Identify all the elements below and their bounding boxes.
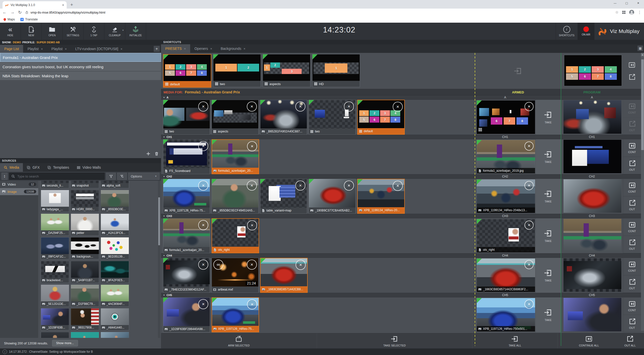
browser-menu-icon[interactable]: ⋮: [638, 10, 641, 15]
close-icon[interactable]: ×: [344, 101, 354, 112]
media-item[interactable]: snapshot: [71, 181, 99, 188]
out-button[interactable]: OUT: [623, 196, 641, 214]
filter-edit-button[interactable]: [117, 173, 127, 180]
channel-header[interactable]: ▼A: [161, 96, 475, 99]
sort-button[interactable]: ▲▼: [2, 173, 8, 180]
close-icon[interactable]: ×: [247, 299, 257, 309]
media-thumbnail[interactable]: × formula1_azerbaijan_20...: [163, 218, 210, 253]
take-button[interactable]: TAKE: [544, 111, 552, 124]
close-icon[interactable]: ×: [247, 181, 257, 191]
close-icon[interactable]: ×: [247, 260, 257, 270]
category-video[interactable]: Video12: [0, 181, 38, 188]
cont-button[interactable]: CONT: [623, 258, 641, 275]
take-button[interactable]: TAKE: [544, 269, 552, 282]
page-list-item[interactable]: NBA Stats Breakdown: Making the leap: [0, 72, 161, 80]
cont-button[interactable]: CONT: [623, 297, 641, 315]
media-thumbnail[interactable]: × XPB_1199134_HiRes-20...: [357, 179, 405, 214]
armed-thumbnail[interactable]: × ots_right: [476, 219, 535, 253]
collapse-caret-icon[interactable]: ▼: [163, 215, 165, 217]
take-button[interactable]: TAKE: [544, 229, 552, 242]
sources-tab-templates[interactable]: Templates: [44, 163, 73, 172]
media-item[interactable]: _5E12D1DE...: [41, 285, 69, 307]
page-list-item[interactable]: Coronation gives tourism boost, but UK e…: [0, 62, 161, 71]
close-icon[interactable]: ×: [184, 47, 186, 51]
media-thumbnail[interactable]: × _855DBC0ECF494514A5...: [212, 179, 259, 214]
media-item[interactable]: _A2A13FC6...: [101, 214, 129, 236]
close-icon[interactable]: ×: [344, 181, 354, 191]
preset-cont-icon[interactable]: [628, 61, 636, 69]
take-all-button[interactable]: TAKE ALL: [509, 335, 521, 347]
close-icon[interactable]: ×: [198, 101, 208, 112]
preset-two[interactable]: 12two: [213, 54, 261, 87]
close-icon[interactable]: ×: [296, 260, 306, 270]
media-item[interactable]: _A6441440...: [101, 308, 129, 330]
close-icon[interactable]: ×: [198, 141, 208, 151]
media-thumbnail[interactable]: × _1D28F63BF286440A98...: [163, 297, 210, 332]
page-tab[interactable]: Playlist×: [23, 45, 47, 53]
continue-all-button[interactable]: CONTINUE ALL: [560, 335, 618, 347]
page-tab[interactable]: LTV-rundown [OCTOPUS8]×: [71, 45, 127, 53]
media-thumbnail[interactable]: × table_variant=map: [260, 179, 307, 214]
channel-header[interactable]: ▼CH3: [161, 215, 475, 218]
out-button[interactable]: OUT: [623, 236, 641, 254]
page-tab[interactable]: Page List: [0, 45, 23, 53]
window-maximize-button[interactable]: ▢: [621, 0, 632, 6]
media-thumbnail[interactable]: × aspects: [212, 100, 259, 135]
media-item[interactable]: _9ED35139...: [101, 237, 129, 259]
back-icon[interactable]: ←: [3, 10, 7, 15]
take-button[interactable]: TAKE: [544, 150, 552, 163]
chevron-down-icon[interactable]: ▼: [122, 29, 124, 31]
toolbar-hide-button[interactable]: «HIDE: [0, 23, 21, 40]
out-all-button[interactable]: OUT ALL: [618, 335, 642, 347]
shortcuts-button[interactable]: i SHORTCUTS: [556, 23, 578, 40]
preset-HD[interactable]: 1HD: [312, 54, 360, 87]
show-more-button[interactable]: Show more...: [52, 340, 78, 346]
toolbar-cleanup-button[interactable]: CLEANUP▼: [104, 23, 125, 40]
preset-out-icon[interactable]: [628, 73, 636, 81]
close-icon[interactable]: ×: [525, 141, 534, 151]
media-thumbnail[interactable]: × _784ECD1EE9804D12AF...: [163, 258, 210, 293]
media-thumbnail[interactable]: × _B65281FA902A40C887...: [260, 100, 307, 135]
panel-menu-button[interactable]: ▦: [637, 46, 643, 51]
media-item[interactable]: _5A9F01B7...: [71, 261, 99, 283]
window-minimize-button[interactable]: —: [609, 0, 621, 6]
sources-tab-video-walls[interactable]: Video Walls: [73, 163, 105, 172]
cont-button[interactable]: CONT: [623, 139, 641, 157]
media-item[interactable]: _A24B1B24...: [101, 332, 129, 338]
on-air-button[interactable]: ON AIR: [578, 23, 594, 40]
cont-button[interactable]: CONT: [623, 218, 641, 236]
media-thumbnail[interactable]: × formula1_azerbaijan_20...: [212, 139, 259, 174]
filter-button[interactable]: [106, 173, 116, 180]
media-item[interactable]: HDRI_0000...: [71, 190, 99, 212]
options-dropdown[interactable]: Options▼: [128, 173, 159, 180]
media-item[interactable]: _4AC8084F...: [101, 285, 129, 307]
close-icon[interactable]: ×: [210, 47, 212, 51]
media-item[interactable]: _086BC6FD...: [71, 332, 99, 338]
channel-header[interactable]: ▼CH1: [161, 135, 475, 138]
bookmark-star-icon[interactable]: ☆: [615, 10, 619, 15]
profile-avatar[interactable]: [629, 10, 634, 15]
media-item[interactable]: _1D28F63B...: [41, 308, 69, 330]
close-icon[interactable]: ×: [525, 260, 534, 269]
shortcuts-tab[interactable]: PRESETS×: [161, 44, 190, 53]
media-item[interactable]: alpha_soft: [101, 181, 129, 188]
collapse-caret-icon[interactable]: ▼: [163, 136, 165, 138]
close-icon[interactable]: ×: [198, 220, 208, 230]
close-icon[interactable]: ×: [198, 181, 208, 191]
sources-scrollbar[interactable]: [158, 181, 160, 338]
media-item[interactable]: petter: [71, 214, 99, 236]
media-thumbnail[interactable]: 12345678 × default: [357, 100, 405, 135]
out-button[interactable]: OUT: [623, 275, 641, 293]
armed-thumbnail[interactable]: × XPB_1197126_HiRes-750x501...: [476, 298, 535, 332]
category-image[interactable]: Image12038: [0, 188, 38, 195]
close-icon[interactable]: ×: [120, 47, 123, 51]
sources-tab-gfx[interactable]: GFX: [23, 163, 44, 172]
close-icon[interactable]: ×: [393, 102, 403, 112]
url-field[interactable]: vmp-tls-mse:8543/app/vizmultiplay/vizmul…: [25, 9, 612, 15]
toolbar-new-button[interactable]: NEW: [21, 23, 42, 40]
armed-thumbnail[interactable]: × _1663CB8D8571442CB8863F2...: [476, 258, 535, 292]
channel-header[interactable]: ▼CH2: [161, 175, 475, 178]
media-item[interactable]: _09FCAF1C...: [41, 237, 69, 259]
media-thumbnail[interactable]: × FS_Scoreboard: [163, 139, 210, 174]
media-item[interactable]: _DA294F25...: [41, 214, 69, 236]
